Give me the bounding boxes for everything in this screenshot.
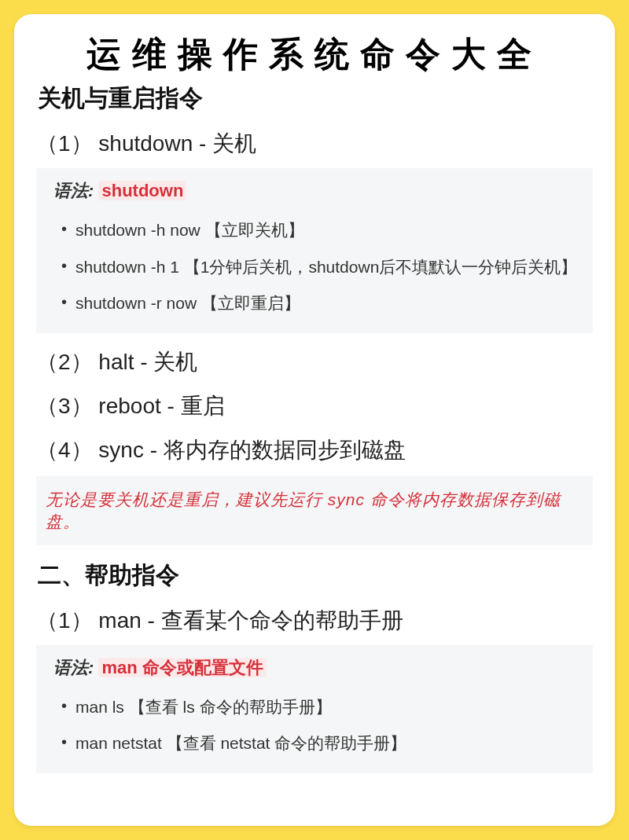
code-block-shutdown: 语法: shutdown shutdown -h now 【立即关机】 shut… (36, 168, 593, 333)
cmd-item-man: （1） man - 查看某个命令的帮助手册 (36, 606, 593, 636)
example-item: shutdown -r now 【立即重启】 (75, 285, 579, 322)
syntax-command: shutdown (98, 181, 186, 200)
example-item: man ls 【查看 ls 命令的帮助手册】 (75, 689, 579, 726)
example-list: man ls 【查看 ls 命令的帮助手册】 man netstat 【查看 n… (53, 689, 579, 762)
cmd-item-sync: （4） sync - 将内存的数据同步到磁盘 (36, 435, 593, 465)
section-heading-help: 二、帮助指令 (38, 559, 593, 592)
example-item: shutdown -h 1 【1分钟后关机，shutdown后不填默认一分钟后关… (75, 249, 579, 286)
cmd-item-halt: （2） halt - 关机 (36, 347, 593, 377)
code-block-man: 语法: man 命令或配置文件 man ls 【查看 ls 命令的帮助手册】 m… (36, 645, 593, 773)
example-item: man netstat 【查看 netstat 命令的帮助手册】 (75, 725, 579, 762)
cmd-item-shutdown: （1） shutdown - 关机 (36, 129, 593, 159)
section-heading-shutdown: 关机与重启指令 (38, 83, 593, 115)
content-card: 运维操作系统命令大全 关机与重启指令 （1） shutdown - 关机 语法:… (14, 14, 615, 826)
example-list: shutdown -h now 【立即关机】 shutdown -h 1 【1分… (53, 212, 579, 322)
cmd-item-reboot: （3） reboot - 重启 (36, 391, 593, 421)
note-block: 无论是要关机还是重启，建议先运行 sync 命令将内存数据保存到磁盘。 (36, 476, 593, 545)
page-title: 运维操作系统命令大全 (36, 31, 593, 78)
example-item: shutdown -h now 【立即关机】 (75, 212, 579, 249)
syntax-prefix: 语法: (53, 658, 98, 677)
syntax-prefix: 语法: (53, 181, 98, 200)
syntax-line: 语法: man 命令或配置文件 (53, 656, 579, 680)
syntax-line: 语法: shutdown (53, 179, 579, 203)
syntax-command: man 命令或配置文件 (98, 658, 266, 677)
